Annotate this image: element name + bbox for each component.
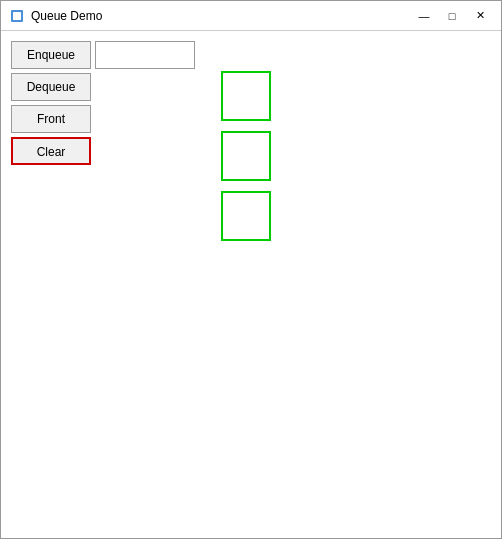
dequeue-button[interactable]: Dequeue [11,73,91,101]
window-controls: — □ ✕ [411,6,493,26]
titlebar: Queue Demo — □ ✕ [1,1,501,31]
close-button[interactable]: ✕ [467,6,493,26]
content-area: Enqueue Dequeue Front Clear [1,31,501,538]
queue-display [221,71,271,241]
main-window: Queue Demo — □ ✕ Enqueue Dequeue Front C… [0,0,502,539]
svg-rect-1 [13,12,21,20]
minimize-button[interactable]: — [411,6,437,26]
maximize-button[interactable]: □ [439,6,465,26]
enqueue-button[interactable]: Enqueue [11,41,91,69]
app-icon [9,8,25,24]
queue-box-3 [221,191,271,241]
front-button[interactable]: Front [11,105,91,133]
enqueue-row: Enqueue [11,41,195,69]
queue-box-2 [221,131,271,181]
enqueue-input[interactable] [95,41,195,69]
controls-panel: Enqueue Dequeue Front Clear [11,41,195,165]
queue-box-1 [221,71,271,121]
clear-button[interactable]: Clear [11,137,91,165]
window-title: Queue Demo [31,9,411,23]
